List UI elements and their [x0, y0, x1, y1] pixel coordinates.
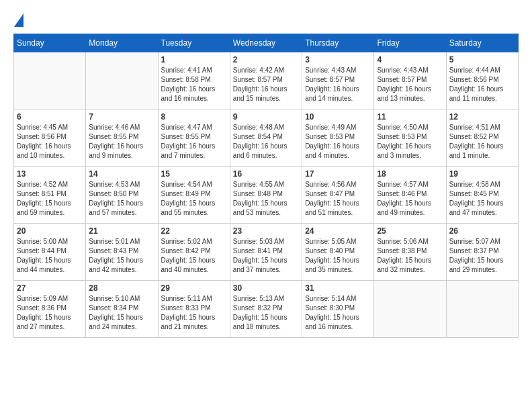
day-number: 5: [449, 55, 515, 64]
day-info: Sunrise: 4:56 AM Sunset: 8:47 PM Dayligh…: [305, 180, 371, 218]
calendar-cell: 28Sunrise: 5:10 AM Sunset: 8:34 PM Dayli…: [86, 281, 158, 338]
day-number: 19: [449, 169, 515, 179]
day-info: Sunrise: 4:57 AM Sunset: 8:46 PM Dayligh…: [377, 180, 443, 218]
calendar-cell: 14Sunrise: 4:53 AM Sunset: 8:50 PM Dayli…: [86, 167, 158, 224]
calendar-cell: 24Sunrise: 5:05 AM Sunset: 8:40 PM Dayli…: [302, 224, 374, 281]
calendar-cell: [374, 281, 446, 338]
day-number: 10: [305, 112, 371, 122]
calendar-week-row: 13Sunrise: 4:52 AM Sunset: 8:51 PM Dayli…: [14, 167, 519, 224]
day-info: Sunrise: 5:03 AM Sunset: 8:41 PM Dayligh…: [233, 237, 299, 275]
day-number: 15: [161, 169, 227, 179]
calendar-cell: 8Sunrise: 4:47 AM Sunset: 8:55 PM Daylig…: [158, 109, 230, 167]
calendar-cell: 2Sunrise: 4:42 AM Sunset: 8:57 PM Daylig…: [230, 52, 302, 109]
day-info: Sunrise: 4:47 AM Sunset: 8:55 PM Dayligh…: [161, 123, 227, 161]
day-info: Sunrise: 4:44 AM Sunset: 8:56 PM Dayligh…: [449, 66, 515, 103]
day-info: Sunrise: 4:54 AM Sunset: 8:49 PM Dayligh…: [161, 180, 227, 218]
calendar-cell: 1Sunrise: 4:41 AM Sunset: 8:58 PM Daylig…: [158, 52, 230, 109]
day-info: Sunrise: 5:05 AM Sunset: 8:40 PM Dayligh…: [305, 237, 371, 275]
day-number: 26: [449, 226, 515, 236]
calendar-cell: 25Sunrise: 5:06 AM Sunset: 8:38 PM Dayli…: [374, 224, 446, 281]
calendar-week-row: 27Sunrise: 5:09 AM Sunset: 8:36 PM Dayli…: [14, 281, 519, 338]
day-number: 3: [305, 55, 371, 64]
day-info: Sunrise: 4:49 AM Sunset: 8:53 PM Dayligh…: [305, 123, 371, 161]
day-info: Sunrise: 5:06 AM Sunset: 8:38 PM Dayligh…: [377, 237, 443, 275]
calendar-cell: 31Sunrise: 5:14 AM Sunset: 8:30 PM Dayli…: [302, 281, 374, 338]
day-info: Sunrise: 5:14 AM Sunset: 8:30 PM Dayligh…: [305, 294, 371, 332]
calendar-cell: 18Sunrise: 4:57 AM Sunset: 8:46 PM Dayli…: [374, 167, 446, 224]
calendar-cell: 6Sunrise: 4:45 AM Sunset: 8:56 PM Daylig…: [14, 109, 86, 167]
calendar-cell: 11Sunrise: 4:50 AM Sunset: 8:53 PM Dayli…: [374, 109, 446, 167]
day-info: Sunrise: 5:01 AM Sunset: 8:43 PM Dayligh…: [89, 237, 154, 275]
day-number: 7: [89, 112, 154, 122]
day-number: 25: [377, 226, 443, 236]
day-info: Sunrise: 5:13 AM Sunset: 8:32 PM Dayligh…: [233, 294, 299, 332]
weekday-header: Tuesday: [158, 34, 230, 52]
calendar-cell: [86, 52, 158, 109]
calendar-cell: [446, 281, 518, 338]
calendar-week-row: 6Sunrise: 4:45 AM Sunset: 8:56 PM Daylig…: [14, 109, 519, 167]
day-info: Sunrise: 5:11 AM Sunset: 8:33 PM Dayligh…: [161, 294, 227, 332]
day-number: 22: [161, 226, 227, 236]
calendar-cell: 21Sunrise: 5:01 AM Sunset: 8:43 PM Dayli…: [86, 224, 158, 281]
calendar-cell: 22Sunrise: 5:02 AM Sunset: 8:42 PM Dayli…: [158, 224, 230, 281]
day-number: 6: [17, 112, 83, 122]
day-number: 24: [305, 226, 371, 236]
weekday-header: Wednesday: [230, 34, 302, 52]
day-info: Sunrise: 4:52 AM Sunset: 8:51 PM Dayligh…: [17, 180, 83, 218]
calendar-week-row: 20Sunrise: 5:00 AM Sunset: 8:44 PM Dayli…: [14, 224, 519, 281]
day-info: Sunrise: 5:02 AM Sunset: 8:42 PM Dayligh…: [161, 237, 227, 275]
day-info: Sunrise: 4:55 AM Sunset: 8:48 PM Dayligh…: [233, 180, 299, 218]
day-info: Sunrise: 4:58 AM Sunset: 8:45 PM Dayligh…: [449, 180, 515, 218]
day-number: 12: [449, 112, 515, 122]
calendar-cell: 10Sunrise: 4:49 AM Sunset: 8:53 PM Dayli…: [302, 109, 374, 167]
calendar-cell: 30Sunrise: 5:13 AM Sunset: 8:32 PM Dayli…: [230, 281, 302, 338]
calendar-cell: 15Sunrise: 4:54 AM Sunset: 8:49 PM Dayli…: [158, 167, 230, 224]
weekday-header: Monday: [86, 34, 158, 52]
calendar-cell: 23Sunrise: 5:03 AM Sunset: 8:41 PM Dayli…: [230, 224, 302, 281]
day-info: Sunrise: 4:51 AM Sunset: 8:52 PM Dayligh…: [449, 123, 515, 161]
day-info: Sunrise: 4:50 AM Sunset: 8:53 PM Dayligh…: [377, 123, 443, 161]
calendar-header-row: SundayMondayTuesdayWednesdayThursdayFrid…: [14, 34, 519, 52]
day-number: 1: [161, 55, 227, 64]
calendar-cell: 16Sunrise: 4:55 AM Sunset: 8:48 PM Dayli…: [230, 167, 302, 224]
calendar-cell: 9Sunrise: 4:48 AM Sunset: 8:54 PM Daylig…: [230, 109, 302, 167]
calendar-cell: 5Sunrise: 4:44 AM Sunset: 8:56 PM Daylig…: [446, 52, 518, 109]
day-number: 4: [377, 55, 443, 64]
svg-marker-0: [14, 13, 24, 27]
day-number: 31: [305, 283, 371, 293]
day-info: Sunrise: 5:00 AM Sunset: 8:44 PM Dayligh…: [17, 237, 83, 275]
day-number: 17: [305, 169, 371, 179]
calendar-cell: 7Sunrise: 4:46 AM Sunset: 8:55 PM Daylig…: [86, 109, 158, 167]
day-number: 27: [17, 283, 83, 293]
day-number: 29: [161, 283, 227, 293]
day-number: 18: [377, 169, 443, 179]
day-number: 23: [233, 226, 299, 236]
calendar-week-row: 1Sunrise: 4:41 AM Sunset: 8:58 PM Daylig…: [14, 52, 519, 109]
day-number: 8: [161, 112, 227, 122]
day-info: Sunrise: 4:43 AM Sunset: 8:57 PM Dayligh…: [305, 66, 371, 103]
logo: [13, 13, 24, 27]
calendar-cell: 13Sunrise: 4:52 AM Sunset: 8:51 PM Dayli…: [14, 167, 86, 224]
day-info: Sunrise: 4:46 AM Sunset: 8:55 PM Dayligh…: [89, 123, 154, 161]
weekday-header: Sunday: [14, 34, 86, 52]
calendar-table: SundayMondayTuesdayWednesdayThursdayFrid…: [13, 34, 519, 338]
calendar-cell: [14, 52, 86, 109]
day-number: 13: [17, 169, 83, 179]
day-info: Sunrise: 4:48 AM Sunset: 8:54 PM Dayligh…: [233, 123, 299, 161]
calendar-cell: 27Sunrise: 5:09 AM Sunset: 8:36 PM Dayli…: [14, 281, 86, 338]
day-info: Sunrise: 5:09 AM Sunset: 8:36 PM Dayligh…: [17, 294, 83, 332]
day-number: 9: [233, 112, 299, 122]
calendar-cell: 19Sunrise: 4:58 AM Sunset: 8:45 PM Dayli…: [446, 167, 518, 224]
day-number: 30: [233, 283, 299, 293]
day-info: Sunrise: 4:45 AM Sunset: 8:56 PM Dayligh…: [17, 123, 83, 161]
day-number: 21: [89, 226, 154, 236]
day-number: 20: [17, 226, 83, 236]
calendar-cell: 4Sunrise: 4:43 AM Sunset: 8:57 PM Daylig…: [374, 52, 446, 109]
day-info: Sunrise: 4:41 AM Sunset: 8:58 PM Dayligh…: [161, 66, 227, 103]
logo-triangle-icon: [14, 13, 24, 27]
day-number: 2: [233, 55, 299, 64]
calendar-cell: 26Sunrise: 5:07 AM Sunset: 8:37 PM Dayli…: [446, 224, 518, 281]
day-info: Sunrise: 4:43 AM Sunset: 8:57 PM Dayligh…: [377, 66, 443, 103]
calendar-cell: 29Sunrise: 5:11 AM Sunset: 8:33 PM Dayli…: [158, 281, 230, 338]
page-header: [13, 13, 519, 27]
